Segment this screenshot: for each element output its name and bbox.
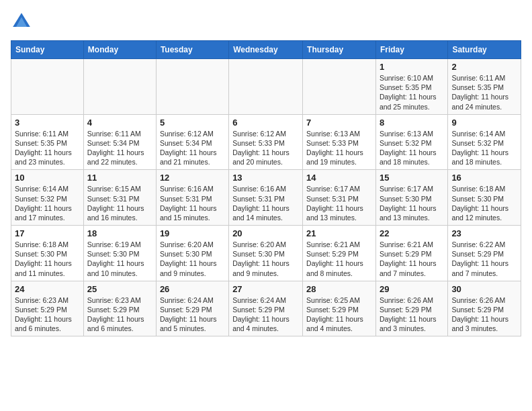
logo: [11, 11, 35, 32]
day-info: Sunrise: 6:19 AMSunset: 5:30 PMDaylight:…: [87, 240, 152, 278]
day-number: 28: [306, 284, 372, 294]
day-number: 3: [15, 118, 80, 128]
day-info: Sunrise: 6:22 AMSunset: 5:29 PMDaylight:…: [451, 240, 517, 278]
calendar-cell: 21Sunrise: 6:21 AMSunset: 5:29 PMDayligh…: [303, 226, 376, 281]
day-info: Sunrise: 6:10 AMSunset: 5:35 PMDaylight:…: [380, 73, 444, 111]
day-number: 30: [451, 284, 517, 294]
day-info: Sunrise: 6:14 AMSunset: 5:32 PMDaylight:…: [15, 184, 80, 222]
day-number: 10: [15, 173, 80, 183]
calendar-cell: 4Sunrise: 6:11 AMSunset: 5:34 PMDaylight…: [83, 114, 156, 170]
day-info: Sunrise: 6:17 AMSunset: 5:31 PMDaylight:…: [306, 184, 372, 222]
calendar-cell: 27Sunrise: 6:24 AMSunset: 5:29 PMDayligh…: [229, 281, 303, 336]
day-number: 18: [87, 228, 152, 238]
calendar-week-2: 3Sunrise: 6:11 AMSunset: 5:35 PMDaylight…: [11, 114, 521, 170]
day-number: 11: [87, 173, 152, 183]
calendar-cell: 11Sunrise: 6:15 AMSunset: 5:31 PMDayligh…: [83, 170, 156, 226]
day-number: 24: [15, 284, 80, 294]
day-info: Sunrise: 6:11 AMSunset: 5:34 PMDaylight:…: [87, 129, 152, 167]
calendar-cell: 15Sunrise: 6:17 AMSunset: 5:30 PMDayligh…: [375, 170, 447, 226]
day-info: Sunrise: 6:11 AMSunset: 5:35 PMDaylight:…: [451, 73, 517, 111]
day-info: Sunrise: 6:23 AMSunset: 5:29 PMDaylight:…: [15, 295, 80, 334]
calendar-cell: 29Sunrise: 6:26 AMSunset: 5:29 PMDayligh…: [375, 281, 447, 336]
calendar-cell: 2Sunrise: 6:11 AMSunset: 5:35 PMDaylight…: [448, 59, 521, 115]
day-info: Sunrise: 6:17 AMSunset: 5:30 PMDaylight:…: [380, 184, 444, 222]
day-info: Sunrise: 6:13 AMSunset: 5:32 PMDaylight:…: [380, 129, 444, 167]
day-info: Sunrise: 6:26 AMSunset: 5:29 PMDaylight:…: [380, 295, 444, 334]
header-day-sunday: Sunday: [11, 41, 84, 59]
day-number: 6: [232, 118, 299, 128]
calendar-cell: 3Sunrise: 6:11 AMSunset: 5:35 PMDaylight…: [11, 114, 84, 170]
day-number: 21: [306, 228, 372, 238]
day-number: 15: [380, 173, 444, 183]
day-info: Sunrise: 6:26 AMSunset: 5:29 PMDaylight:…: [451, 295, 517, 334]
calendar-cell: [156, 59, 228, 115]
day-number: 22: [380, 228, 444, 238]
calendar-week-3: 10Sunrise: 6:14 AMSunset: 5:32 PMDayligh…: [11, 170, 521, 226]
day-info: Sunrise: 6:16 AMSunset: 5:31 PMDaylight:…: [232, 184, 299, 222]
calendar-cell: 20Sunrise: 6:20 AMSunset: 5:30 PMDayligh…: [229, 226, 303, 281]
calendar-cell: 24Sunrise: 6:23 AMSunset: 5:29 PMDayligh…: [11, 281, 84, 336]
calendar-cell: [11, 59, 84, 115]
calendar-cell: [83, 59, 156, 115]
header-day-monday: Monday: [83, 41, 156, 59]
header-day-thursday: Thursday: [303, 41, 376, 59]
day-number: 26: [160, 284, 225, 294]
day-number: 1: [380, 62, 444, 72]
day-number: 29: [380, 284, 444, 294]
calendar-cell: 1Sunrise: 6:10 AMSunset: 5:35 PMDaylight…: [375, 59, 447, 115]
day-number: 7: [306, 118, 372, 128]
calendar-cell: [303, 59, 376, 115]
calendar-cell: 10Sunrise: 6:14 AMSunset: 5:32 PMDayligh…: [11, 170, 84, 226]
day-info: Sunrise: 6:23 AMSunset: 5:29 PMDaylight:…: [87, 295, 152, 334]
day-info: Sunrise: 6:24 AMSunset: 5:29 PMDaylight:…: [232, 295, 299, 334]
day-number: 13: [232, 173, 299, 183]
calendar-cell: 25Sunrise: 6:23 AMSunset: 5:29 PMDayligh…: [83, 281, 156, 336]
day-number: 5: [160, 118, 225, 128]
calendar-cell: 5Sunrise: 6:12 AMSunset: 5:34 PMDaylight…: [156, 114, 228, 170]
header-day-tuesday: Tuesday: [156, 41, 228, 59]
header-day-wednesday: Wednesday: [229, 41, 303, 59]
calendar-cell: 23Sunrise: 6:22 AMSunset: 5:29 PMDayligh…: [448, 226, 521, 281]
day-number: 25: [87, 284, 152, 294]
day-info: Sunrise: 6:16 AMSunset: 5:31 PMDaylight:…: [160, 184, 225, 222]
day-info: Sunrise: 6:12 AMSunset: 5:34 PMDaylight:…: [160, 129, 225, 167]
day-info: Sunrise: 6:21 AMSunset: 5:29 PMDaylight:…: [306, 240, 372, 278]
calendar-cell: 16Sunrise: 6:18 AMSunset: 5:30 PMDayligh…: [448, 170, 521, 226]
day-number: 4: [87, 118, 152, 128]
calendar-week-1: 1Sunrise: 6:10 AMSunset: 5:35 PMDaylight…: [11, 59, 521, 115]
day-number: 27: [232, 284, 299, 294]
calendar-cell: 6Sunrise: 6:12 AMSunset: 5:33 PMDaylight…: [229, 114, 303, 170]
calendar-cell: 9Sunrise: 6:14 AMSunset: 5:32 PMDaylight…: [448, 114, 521, 170]
day-number: 20: [232, 228, 299, 238]
calendar-cell: 19Sunrise: 6:20 AMSunset: 5:30 PMDayligh…: [156, 226, 228, 281]
day-info: Sunrise: 6:12 AMSunset: 5:33 PMDaylight:…: [232, 129, 299, 167]
day-number: 17: [15, 228, 80, 238]
calendar-cell: 28Sunrise: 6:25 AMSunset: 5:29 PMDayligh…: [303, 281, 376, 336]
calendar-cell: 22Sunrise: 6:21 AMSunset: 5:29 PMDayligh…: [375, 226, 447, 281]
calendar-cell: 13Sunrise: 6:16 AMSunset: 5:31 PMDayligh…: [229, 170, 303, 226]
day-info: Sunrise: 6:14 AMSunset: 5:32 PMDaylight:…: [451, 129, 517, 167]
day-number: 8: [380, 118, 444, 128]
calendar-table: SundayMondayTuesdayWednesdayThursdayFrid…: [11, 40, 521, 336]
day-info: Sunrise: 6:15 AMSunset: 5:31 PMDaylight:…: [87, 184, 152, 222]
header: [11, 11, 521, 32]
header-day-friday: Friday: [375, 41, 447, 59]
calendar-cell: 7Sunrise: 6:13 AMSunset: 5:33 PMDaylight…: [303, 114, 376, 170]
logo-icon: [11, 11, 32, 32]
day-number: 9: [451, 118, 517, 128]
calendar-week-4: 17Sunrise: 6:18 AMSunset: 5:30 PMDayligh…: [11, 226, 521, 281]
calendar-cell: 8Sunrise: 6:13 AMSunset: 5:32 PMDaylight…: [375, 114, 447, 170]
calendar-cell: 17Sunrise: 6:18 AMSunset: 5:30 PMDayligh…: [11, 226, 84, 281]
day-number: 12: [160, 173, 225, 183]
day-info: Sunrise: 6:13 AMSunset: 5:33 PMDaylight:…: [306, 129, 372, 167]
day-info: Sunrise: 6:11 AMSunset: 5:35 PMDaylight:…: [15, 129, 80, 167]
day-info: Sunrise: 6:24 AMSunset: 5:29 PMDaylight:…: [160, 295, 225, 334]
day-number: 14: [306, 173, 372, 183]
day-info: Sunrise: 6:18 AMSunset: 5:30 PMDaylight:…: [451, 184, 517, 222]
day-info: Sunrise: 6:25 AMSunset: 5:29 PMDaylight:…: [306, 295, 372, 334]
calendar-cell: [229, 59, 303, 115]
day-info: Sunrise: 6:20 AMSunset: 5:30 PMDaylight:…: [232, 240, 299, 278]
day-number: 2: [451, 62, 517, 72]
calendar-cell: 26Sunrise: 6:24 AMSunset: 5:29 PMDayligh…: [156, 281, 228, 336]
day-info: Sunrise: 6:18 AMSunset: 5:30 PMDaylight:…: [15, 240, 80, 278]
